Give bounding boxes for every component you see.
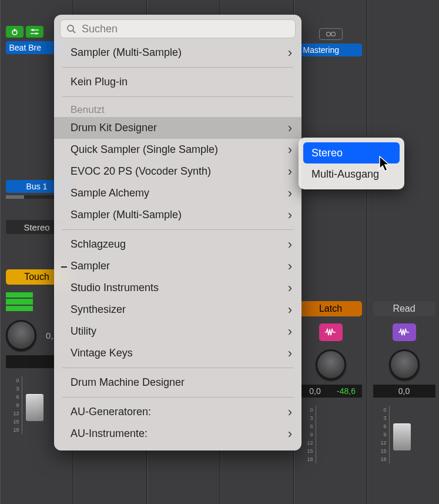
menu-cat-synthesizer[interactable]: Synthesizer (54, 299, 301, 321)
menu-separator (62, 397, 293, 398)
menu-separator (62, 96, 293, 97)
fader-cap[interactable] (393, 423, 411, 450)
channel-strip-6: Read 0,0 036 91215 18 (367, 0, 439, 504)
fader-cap[interactable] (26, 394, 43, 421)
menu-separator (62, 229, 293, 230)
menu-cat-studio-instruments[interactable]: Studio Instruments (54, 277, 301, 299)
menu-drum-machine-designer[interactable]: Drum Machine Designer (54, 372, 301, 393)
menu-separator (62, 67, 293, 68)
svg-point-8 (68, 25, 73, 31)
link-button[interactable] (319, 28, 343, 40)
channel-strip-5: Mastering Latch 0,0 -48,6 036 91215 18 (294, 0, 367, 504)
sliders-icon (31, 29, 39, 35)
pan-knob[interactable] (316, 349, 346, 380)
fader-scale: 036 91215 18 (300, 406, 316, 463)
menu-used-sampler[interactable]: Sampler (Multi-Sample) (54, 204, 301, 226)
menu-used-quick-sampler[interactable]: Quick Sampler (Single Sample) (54, 139, 301, 161)
search-icon (66, 24, 76, 34)
fader-scale: 036 91215 18 (6, 376, 22, 434)
svg-point-6 (326, 32, 330, 36)
menu-current-instrument[interactable]: Sampler (Multi-Sample) (54, 42, 301, 64)
settings-button[interactable] (26, 26, 43, 38)
menu-cat-sampler[interactable]: Sampler (54, 255, 301, 277)
menu-used-sample-alchemy[interactable]: Sample Alchemy (54, 182, 301, 204)
waveform-icon (325, 328, 337, 336)
waveform-icon (398, 328, 410, 336)
svg-point-3 (32, 29, 34, 31)
pan-knob[interactable] (6, 320, 36, 351)
menu-used-evoc20[interactable]: EVOC 20 PS (Vocoder Synth) (54, 161, 301, 182)
group-button[interactable] (393, 323, 416, 341)
level-readout: 0,0 (373, 385, 435, 398)
power-icon (11, 28, 18, 35)
svg-line-9 (73, 31, 75, 33)
insert-slot[interactable]: Mastering (300, 44, 362, 56)
level-readout-l: 0,0 (300, 385, 331, 398)
menu-cat-utility[interactable]: Utility (54, 321, 301, 342)
menu-au-instruments[interactable]: AU-Instrumente: (54, 423, 301, 445)
plugin-submenu: Stereo Multi-Ausgang (299, 138, 404, 189)
menu-section-used: Benutzt (54, 101, 301, 117)
group-button[interactable] (319, 323, 343, 341)
menu-no-plugin[interactable]: Kein Plug-in (54, 71, 301, 93)
link-icon (325, 31, 337, 37)
menu-au-generators[interactable]: AU-Generatoren: (54, 401, 301, 423)
submenu-multi-output[interactable]: Multi-Ausgang (303, 163, 400, 185)
menu-used-drum-kit-designer[interactable]: Drum Kit Designer (54, 117, 301, 139)
plugin-menu: Sampler (Multi-Sample) Kein Plug-in Benu… (54, 15, 301, 450)
svg-point-5 (35, 32, 38, 35)
menu-cat-schlagzeug[interactable]: Schlagzeug (54, 233, 301, 255)
svg-point-7 (331, 32, 335, 36)
level-readout-r: -48,6 (331, 385, 362, 398)
power-button[interactable] (6, 26, 24, 38)
fader[interactable]: 036 91215 18 (300, 406, 362, 463)
search-field[interactable] (60, 19, 296, 38)
submenu-stereo[interactable]: Stereo (303, 142, 400, 163)
automation-mode[interactable]: Latch (300, 301, 362, 316)
search-input[interactable] (82, 23, 289, 35)
pan-knob[interactable] (389, 349, 420, 380)
menu-separator (62, 368, 293, 368)
automation-mode[interactable]: Read (373, 301, 435, 316)
level-readout-l (6, 355, 37, 368)
menu-cat-vintage-keys[interactable]: Vintage Keys (54, 342, 301, 364)
fader-scale: 036 91215 18 (373, 406, 390, 463)
fader[interactable]: 036 91215 18 (373, 406, 435, 463)
